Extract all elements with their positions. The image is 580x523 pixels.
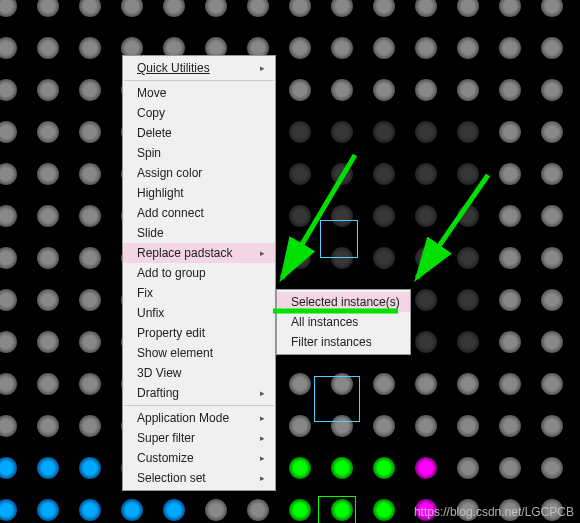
pcb-canvas: // generate grid of pads via document.wr…	[0, 0, 580, 523]
menu-show-element[interactable]: Show element	[123, 343, 275, 363]
menu-assign-color[interactable]: Assign color	[123, 163, 275, 183]
menu-move[interactable]: Move	[123, 83, 275, 103]
menu-slide[interactable]: Slide	[123, 223, 275, 243]
menu-selection-set[interactable]: Selection set	[123, 468, 275, 488]
submenu-replace-padstack: Selected instance(s) All instances Filte…	[276, 289, 411, 355]
menu-highlight[interactable]: Highlight	[123, 183, 275, 203]
menu-super-filter[interactable]: Super filter	[123, 428, 275, 448]
context-menu: Quick Utilities Move Copy Delete Spin As…	[122, 55, 276, 491]
menu-customize[interactable]: Customize	[123, 448, 275, 468]
menu-add-connect[interactable]: Add connect	[123, 203, 275, 223]
menu-unfix[interactable]: Unfix	[123, 303, 275, 323]
selection-box	[318, 496, 356, 523]
menu-3d-view[interactable]: 3D View	[123, 363, 275, 383]
menu-property-edit[interactable]: Property edit	[123, 323, 275, 343]
selection-box	[320, 220, 358, 258]
menu-application-mode[interactable]: Application Mode	[123, 408, 275, 428]
menu-quick-utilities[interactable]: Quick Utilities	[123, 58, 275, 78]
menu-delete[interactable]: Delete	[123, 123, 275, 143]
submenu-selected-instances[interactable]: Selected instance(s)	[277, 292, 410, 312]
submenu-all-instances[interactable]: All instances	[277, 312, 410, 332]
watermark: https://blog.csdn.net/LGCPCB	[414, 505, 574, 519]
submenu-filter-instances[interactable]: Filter instances	[277, 332, 410, 352]
menu-replace-padstack[interactable]: Replace padstack	[123, 243, 275, 263]
selection-box	[314, 376, 360, 422]
menu-spin[interactable]: Spin	[123, 143, 275, 163]
menu-drafting[interactable]: Drafting	[123, 383, 275, 403]
menu-copy[interactable]: Copy	[123, 103, 275, 123]
menu-fix[interactable]: Fix	[123, 283, 275, 303]
menu-add-to-group[interactable]: Add to group	[123, 263, 275, 283]
